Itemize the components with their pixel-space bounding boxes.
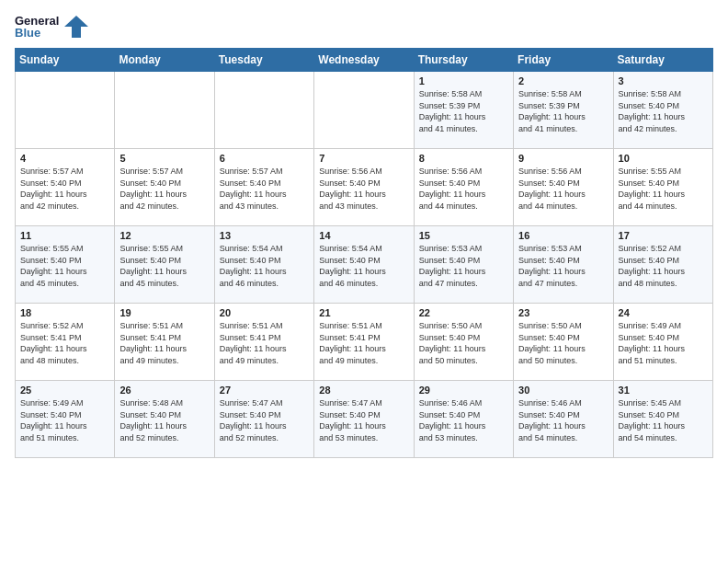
- day-number: 3: [619, 75, 708, 86]
- calendar-cell: [314, 72, 414, 149]
- calendar-cell: 18Sunrise: 5:52 AM Sunset: 5:41 PM Dayli…: [16, 304, 115, 381]
- calendar-table: Sunday Monday Tuesday Wednesday Thursday…: [15, 48, 713, 458]
- day-info: Sunrise: 5:52 AM Sunset: 5:40 PM Dayligh…: [619, 243, 708, 289]
- day-number: 31: [619, 385, 708, 396]
- day-number: 20: [220, 307, 309, 318]
- calendar-cell: 7Sunrise: 5:56 AM Sunset: 5:40 PM Daylig…: [314, 149, 414, 226]
- calendar-cell: 1Sunrise: 5:58 AM Sunset: 5:39 PM Daylig…: [414, 72, 513, 149]
- day-number: 4: [20, 153, 109, 164]
- calendar-cell: 26Sunrise: 5:48 AM Sunset: 5:40 PM Dayli…: [115, 381, 214, 458]
- calendar-cell: 24Sunrise: 5:49 AM Sunset: 5:40 PM Dayli…: [613, 304, 712, 381]
- day-info: Sunrise: 5:51 AM Sunset: 5:41 PM Dayligh…: [119, 320, 209, 366]
- calendar-week-3: 11Sunrise: 5:55 AM Sunset: 5:40 PM Dayli…: [16, 226, 713, 304]
- day-number: 18: [20, 307, 109, 318]
- calendar-cell: 19Sunrise: 5:51 AM Sunset: 5:41 PM Dayli…: [115, 304, 214, 381]
- day-number: 17: [619, 230, 708, 241]
- calendar-week-4: 18Sunrise: 5:52 AM Sunset: 5:41 PM Dayli…: [16, 304, 713, 381]
- calendar-cell: 14Sunrise: 5:54 AM Sunset: 5:40 PM Dayli…: [314, 226, 414, 304]
- col-saturday: Saturday: [613, 49, 712, 72]
- calendar-cell: 15Sunrise: 5:53 AM Sunset: 5:40 PM Dayli…: [414, 226, 513, 304]
- day-info: Sunrise: 5:49 AM Sunset: 5:40 PM Dayligh…: [20, 397, 109, 443]
- day-number: 24: [619, 307, 708, 318]
- logo-arrow-icon: [64, 15, 88, 39]
- day-info: Sunrise: 5:54 AM Sunset: 5:40 PM Dayligh…: [220, 243, 309, 289]
- day-number: 28: [319, 385, 408, 396]
- calendar-cell: 27Sunrise: 5:47 AM Sunset: 5:40 PM Dayli…: [214, 381, 313, 458]
- day-info: Sunrise: 5:45 AM Sunset: 5:40 PM Dayligh…: [619, 397, 708, 443]
- calendar-cell: [16, 72, 115, 149]
- day-number: 10: [619, 153, 708, 164]
- calendar-cell: 10Sunrise: 5:55 AM Sunset: 5:40 PM Dayli…: [613, 149, 712, 226]
- day-info: Sunrise: 5:58 AM Sunset: 5:40 PM Dayligh…: [619, 88, 708, 134]
- calendar-header-row: Sunday Monday Tuesday Wednesday Thursday…: [16, 49, 713, 72]
- logo-blue: Blue: [15, 27, 59, 39]
- day-number: 5: [119, 153, 209, 164]
- calendar-cell: 11Sunrise: 5:55 AM Sunset: 5:40 PM Dayli…: [16, 226, 115, 304]
- col-sunday: Sunday: [16, 49, 115, 72]
- calendar-cell: 25Sunrise: 5:49 AM Sunset: 5:40 PM Dayli…: [16, 381, 115, 458]
- day-info: Sunrise: 5:47 AM Sunset: 5:40 PM Dayligh…: [220, 397, 309, 443]
- day-number: 6: [220, 153, 309, 164]
- day-info: Sunrise: 5:56 AM Sunset: 5:40 PM Dayligh…: [319, 166, 408, 212]
- col-wednesday: Wednesday: [314, 49, 414, 72]
- calendar-page: General Blue Sunday Monday Tuesday Wedne…: [0, 0, 728, 563]
- day-number: 11: [20, 230, 109, 241]
- day-info: Sunrise: 5:57 AM Sunset: 5:40 PM Dayligh…: [119, 166, 209, 212]
- day-info: Sunrise: 5:48 AM Sunset: 5:40 PM Dayligh…: [119, 397, 209, 443]
- calendar-week-5: 25Sunrise: 5:49 AM Sunset: 5:40 PM Dayli…: [16, 381, 713, 458]
- day-info: Sunrise: 5:53 AM Sunset: 5:40 PM Dayligh…: [419, 243, 508, 289]
- col-friday: Friday: [514, 49, 613, 72]
- day-info: Sunrise: 5:46 AM Sunset: 5:40 PM Dayligh…: [419, 397, 508, 443]
- day-info: Sunrise: 5:57 AM Sunset: 5:40 PM Dayligh…: [20, 166, 109, 212]
- col-thursday: Thursday: [414, 49, 513, 72]
- svg-marker-0: [64, 16, 88, 38]
- day-number: 29: [419, 385, 508, 396]
- logo: General Blue: [15, 15, 88, 39]
- day-number: 30: [518, 385, 608, 396]
- calendar-cell: 28Sunrise: 5:47 AM Sunset: 5:40 PM Dayli…: [314, 381, 414, 458]
- day-info: Sunrise: 5:54 AM Sunset: 5:40 PM Dayligh…: [319, 243, 408, 289]
- day-number: 8: [419, 153, 508, 164]
- day-number: 27: [220, 385, 309, 396]
- calendar-cell: 21Sunrise: 5:51 AM Sunset: 5:41 PM Dayli…: [314, 304, 414, 381]
- day-info: Sunrise: 5:49 AM Sunset: 5:40 PM Dayligh…: [619, 320, 708, 366]
- calendar-cell: 16Sunrise: 5:53 AM Sunset: 5:40 PM Dayli…: [514, 226, 613, 304]
- calendar-cell: [115, 72, 214, 149]
- calendar-cell: 9Sunrise: 5:56 AM Sunset: 5:40 PM Daylig…: [514, 149, 613, 226]
- day-info: Sunrise: 5:51 AM Sunset: 5:41 PM Dayligh…: [319, 320, 408, 366]
- day-info: Sunrise: 5:56 AM Sunset: 5:40 PM Dayligh…: [419, 166, 508, 212]
- calendar-cell: 13Sunrise: 5:54 AM Sunset: 5:40 PM Dayli…: [214, 226, 313, 304]
- calendar-cell: 30Sunrise: 5:46 AM Sunset: 5:40 PM Dayli…: [514, 381, 613, 458]
- day-info: Sunrise: 5:50 AM Sunset: 5:40 PM Dayligh…: [518, 320, 608, 366]
- page-header: General Blue: [15, 15, 713, 39]
- day-info: Sunrise: 5:58 AM Sunset: 5:39 PM Dayligh…: [419, 88, 508, 134]
- day-info: Sunrise: 5:50 AM Sunset: 5:40 PM Dayligh…: [419, 320, 508, 366]
- day-number: 21: [319, 307, 408, 318]
- day-number: 23: [518, 307, 608, 318]
- calendar-cell: 3Sunrise: 5:58 AM Sunset: 5:40 PM Daylig…: [613, 72, 712, 149]
- day-info: Sunrise: 5:58 AM Sunset: 5:39 PM Dayligh…: [518, 88, 608, 134]
- day-number: 15: [419, 230, 508, 241]
- day-info: Sunrise: 5:55 AM Sunset: 5:40 PM Dayligh…: [20, 243, 109, 289]
- calendar-cell: 23Sunrise: 5:50 AM Sunset: 5:40 PM Dayli…: [514, 304, 613, 381]
- calendar-cell: 17Sunrise: 5:52 AM Sunset: 5:40 PM Dayli…: [613, 226, 712, 304]
- day-number: 9: [518, 153, 608, 164]
- calendar-cell: 2Sunrise: 5:58 AM Sunset: 5:39 PM Daylig…: [514, 72, 613, 149]
- calendar-cell: 5Sunrise: 5:57 AM Sunset: 5:40 PM Daylig…: [115, 149, 214, 226]
- day-info: Sunrise: 5:47 AM Sunset: 5:40 PM Dayligh…: [319, 397, 408, 443]
- calendar-cell: 31Sunrise: 5:45 AM Sunset: 5:40 PM Dayli…: [613, 381, 712, 458]
- day-info: Sunrise: 5:55 AM Sunset: 5:40 PM Dayligh…: [619, 166, 708, 212]
- day-info: Sunrise: 5:55 AM Sunset: 5:40 PM Dayligh…: [119, 243, 209, 289]
- day-number: 25: [20, 385, 109, 396]
- col-tuesday: Tuesday: [214, 49, 313, 72]
- calendar-cell: 4Sunrise: 5:57 AM Sunset: 5:40 PM Daylig…: [16, 149, 115, 226]
- calendar-week-2: 4Sunrise: 5:57 AM Sunset: 5:40 PM Daylig…: [16, 149, 713, 226]
- calendar-cell: 6Sunrise: 5:57 AM Sunset: 5:40 PM Daylig…: [214, 149, 313, 226]
- day-number: 7: [319, 153, 408, 164]
- day-info: Sunrise: 5:57 AM Sunset: 5:40 PM Dayligh…: [220, 166, 309, 212]
- calendar-cell: 20Sunrise: 5:51 AM Sunset: 5:41 PM Dayli…: [214, 304, 313, 381]
- day-info: Sunrise: 5:53 AM Sunset: 5:40 PM Dayligh…: [518, 243, 608, 289]
- calendar-cell: 29Sunrise: 5:46 AM Sunset: 5:40 PM Dayli…: [414, 381, 513, 458]
- day-info: Sunrise: 5:56 AM Sunset: 5:40 PM Dayligh…: [518, 166, 608, 212]
- day-number: 16: [518, 230, 608, 241]
